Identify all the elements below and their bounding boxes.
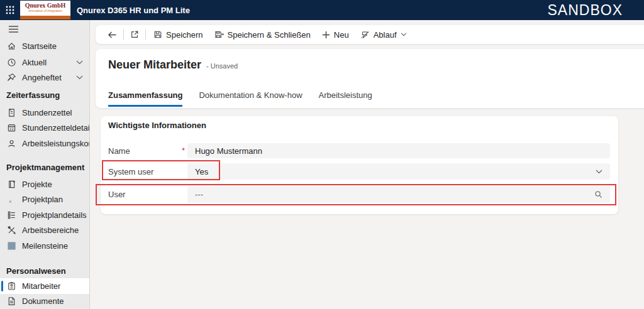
back-arrow-icon bbox=[108, 31, 117, 39]
save-icon bbox=[153, 30, 162, 39]
back-button[interactable] bbox=[103, 26, 121, 43]
chevron-down-icon bbox=[401, 33, 407, 36]
sidebar-section-zeiterfassung: Zeiterfassung bbox=[0, 89, 89, 102]
sidebar-item-label: Dokumente bbox=[22, 296, 64, 306]
sidebar-section-personalwesen: Personalwesen bbox=[0, 264, 89, 278]
sidebar-item-label: Aktuell bbox=[22, 58, 47, 67]
save-and-close-label: Speichern & Schließen bbox=[228, 30, 311, 40]
name-value: Hugo Mustermann bbox=[195, 146, 602, 156]
sidebar-item-label: Meilensteine bbox=[22, 241, 68, 251]
sidebar-item-angeheftet[interactable]: Angeheftet bbox=[0, 70, 89, 86]
environment-badge: SANDBOX bbox=[548, 2, 623, 19]
status-badge: - Unsaved bbox=[206, 62, 238, 70]
app-title[interactable]: Qnurex D365 HR und PM Lite bbox=[77, 6, 190, 15]
sidebar-item-aktuell[interactable]: Aktuell bbox=[0, 55, 89, 70]
sidebar-item-dokumente[interactable]: Dokumente bbox=[0, 294, 89, 309]
chevron-down-icon bbox=[596, 170, 602, 174]
tab-zusammenfassung[interactable]: Zusammenfassung bbox=[108, 90, 182, 107]
required-asterisk: * bbox=[182, 146, 185, 155]
company-logo[interactable]: Qnurex GmbH Innovation of Integration bbox=[20, 1, 70, 19]
task-list-icon bbox=[6, 210, 16, 220]
user-lookup-field[interactable]: --- bbox=[187, 186, 610, 203]
form-section-card: Wichtigste Informationen Name * Hugo Mus… bbox=[101, 116, 618, 214]
plus-icon bbox=[322, 31, 330, 39]
form-header-card: Neuer Mitarbeiter - Unsaved Zusammenfass… bbox=[96, 49, 644, 108]
save-label: Speichern bbox=[166, 30, 203, 40]
home-icon bbox=[6, 41, 16, 52]
person-icon bbox=[6, 138, 16, 148]
logo-name: Qnurex GmbH bbox=[20, 2, 70, 9]
sidebar-item-projektplan[interactable]: Projektplan bbox=[0, 192, 89, 207]
sidebar-item-label: Projekte bbox=[22, 180, 52, 189]
sidebar-item-arbeitsleistungskonto[interactable]: Arbeitsleistungskont... bbox=[0, 136, 89, 151]
search-icon[interactable] bbox=[594, 190, 602, 198]
field-row-name: Name * Hugo Mustermann bbox=[108, 143, 610, 158]
name-field[interactable]: Hugo Mustermann bbox=[187, 143, 610, 158]
sidebar-item-projektplandetails[interactable]: Projektplandetails bbox=[0, 207, 89, 223]
system-user-value: Yes bbox=[195, 167, 591, 176]
chevron-down-icon bbox=[76, 75, 83, 80]
sidebar-item-mitarbeiter[interactable]: Mitarbeiter bbox=[0, 278, 89, 294]
sidebar-item-label: Arbeitsbereiche bbox=[22, 225, 79, 235]
flow-button[interactable]: Ablauf bbox=[355, 26, 413, 43]
sidebar-item-startseite[interactable]: Startseite bbox=[0, 39, 89, 55]
new-label: Neu bbox=[334, 30, 349, 40]
save-button[interactable]: Speichern bbox=[148, 26, 209, 43]
sidebar-item-arbeitsbereiche[interactable]: Arbeitsbereiche bbox=[0, 222, 89, 238]
page-title: Neuer Mitarbeiter bbox=[108, 58, 201, 72]
hamburger-menu-icon[interactable] bbox=[6, 24, 21, 35]
badge-icon bbox=[6, 281, 16, 291]
tab-arbeitsleistung[interactable]: Arbeitsleistung bbox=[319, 90, 372, 107]
flow-icon bbox=[360, 31, 370, 39]
clock-icon bbox=[6, 57, 16, 67]
sidebar-item-label: Stundenzettel bbox=[22, 108, 72, 117]
user-value: --- bbox=[195, 190, 589, 199]
field-label-name: Name * bbox=[108, 146, 187, 156]
open-in-new-window-button[interactable] bbox=[126, 26, 143, 43]
sidebar-item-label: Angeheftet bbox=[22, 73, 62, 82]
divider bbox=[145, 30, 146, 40]
sidebar-item-label: Projektplandetails bbox=[22, 210, 87, 220]
command-bar: Speichern Speichern & Schließen Neu bbox=[96, 25, 644, 44]
tools-icon bbox=[6, 225, 16, 236]
top-navbar: Qnurex GmbH Innovation of Integration Qn… bbox=[0, 0, 644, 20]
sidebar-item-label: Projektplan bbox=[22, 195, 63, 204]
document-icon bbox=[6, 296, 16, 306]
plan-dot-icon bbox=[6, 195, 16, 205]
logo-accent-bar bbox=[20, 16, 70, 19]
logo-tagline: Innovation of Integration bbox=[20, 9, 70, 13]
waffle-menu-icon[interactable] bbox=[0, 0, 20, 20]
sidebar-item-label: Stundenzetteldetails bbox=[22, 123, 89, 133]
divider bbox=[123, 30, 124, 40]
sidebar-item-meilensteine[interactable]: Meilensteine bbox=[0, 238, 89, 254]
field-label-system-user: System user bbox=[108, 167, 187, 176]
milestone-icon bbox=[6, 241, 16, 251]
sidebar-item-stundenzetteldetails[interactable]: Stundenzetteldetails bbox=[0, 120, 89, 136]
flow-label: Ablauf bbox=[374, 30, 397, 40]
main-content: Speichern Speichern & Schließen Neu bbox=[90, 20, 644, 309]
app-window: Qnurex GmbH Innovation of Integration Qn… bbox=[0, 0, 644, 309]
timesheet-icon bbox=[6, 107, 16, 117]
sidebar-section-projektmanagement: Projektmanagement bbox=[0, 160, 89, 174]
pin-icon bbox=[6, 73, 16, 83]
save-and-close-icon bbox=[214, 30, 224, 39]
form-title-row: Neuer Mitarbeiter - Unsaved bbox=[108, 58, 238, 72]
open-in-new-window-icon bbox=[130, 30, 139, 39]
sidebar-item-label: Mitarbeiter bbox=[22, 281, 60, 291]
system-user-dropdown[interactable]: Yes bbox=[187, 163, 610, 180]
sidebar-item-projekte[interactable]: Projekte bbox=[0, 176, 89, 192]
save-and-close-button[interactable]: Speichern & Schließen bbox=[209, 26, 316, 43]
sidebar-item-stundenzettel[interactable]: Stundenzettel bbox=[0, 105, 89, 121]
tab-dokumentation-know-how[interactable]: Dokumentation & Know-how bbox=[199, 90, 302, 107]
tab-bar: Zusammenfassung Dokumentation & Know-how… bbox=[108, 90, 372, 107]
sidebar-nav: Startseite Aktuell Angeheftet bbox=[0, 20, 90, 309]
field-label-user: User bbox=[108, 190, 187, 199]
sidebar-item-label: Startseite bbox=[22, 41, 57, 51]
new-button[interactable]: Neu bbox=[316, 26, 355, 43]
project-book-icon bbox=[6, 179, 16, 189]
section-title: Wichtigste Informationen bbox=[108, 121, 206, 130]
field-row-user: User --- bbox=[108, 186, 610, 203]
body-layout: Startseite Aktuell Angeheftet bbox=[0, 20, 644, 309]
chevron-down-icon bbox=[76, 60, 83, 65]
field-row-system-user: System user Yes bbox=[108, 163, 610, 180]
